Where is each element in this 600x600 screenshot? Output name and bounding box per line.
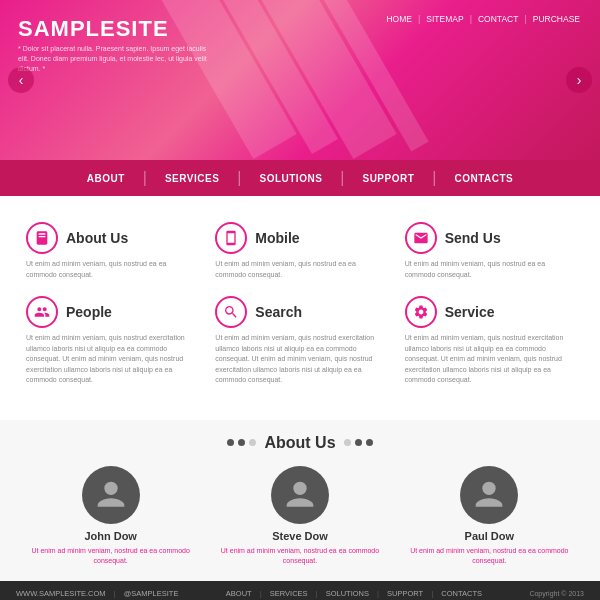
member-steve-name: Steve Dow xyxy=(272,530,328,542)
dot-1 xyxy=(227,439,234,446)
feature-service-text: Ut enim ad minim veniam, quis nostrud ex… xyxy=(405,333,574,386)
about-dots-right xyxy=(344,439,373,446)
nav-item-services[interactable]: SERVICES xyxy=(147,160,237,196)
dot-2 xyxy=(238,439,245,446)
feature-service: Service Ut enim ad minim veniam, quis no… xyxy=(395,288,584,394)
nav-item-solutions[interactable]: SOLUTIONS xyxy=(241,160,340,196)
dot-4 xyxy=(344,439,351,446)
navbar: ABOUT | SERVICES | SOLUTIONS | SUPPORT |… xyxy=(0,160,600,196)
header-nav-home[interactable]: HOME xyxy=(380,14,418,24)
member-john-name: John Dow xyxy=(84,530,137,542)
about-section: About Us John Dow Ut enim ad minim venia… xyxy=(0,420,600,581)
header-nav-sitemap[interactable]: SITEMAP xyxy=(420,14,469,24)
feature-service-title: Service xyxy=(445,304,495,320)
book-icon xyxy=(26,222,58,254)
footer-nav-support[interactable]: SUPPORT xyxy=(387,589,423,598)
dot-6 xyxy=(366,439,373,446)
avatar-paul xyxy=(460,466,518,524)
site-title: SAMPLESITE xyxy=(18,16,169,42)
feature-send-us-header: Send Us xyxy=(405,222,574,254)
member-paul-text: Ut enim ad minim veniam, nostrud ea ea c… xyxy=(405,546,574,567)
avatar-john xyxy=(82,466,140,524)
footer-nav-services[interactable]: SERVICES xyxy=(270,589,308,598)
feature-about-us-header: About Us xyxy=(26,222,195,254)
footer-left: WWW.SAMPLESITE.COM | @SAMPLESITE xyxy=(16,589,178,598)
svg-point-2 xyxy=(483,481,496,494)
footer-social[interactable]: @SAMPLESITE xyxy=(124,589,179,598)
nav-item-support[interactable]: SUPPORT xyxy=(344,160,432,196)
feature-about-us: About Us Ut enim ad minim veniam, quis n… xyxy=(16,214,205,288)
carousel-prev-button[interactable]: ‹ xyxy=(8,67,34,93)
member-john-text: Ut enim ad minim veniam, nostrud ea ea c… xyxy=(26,546,195,567)
people-icon xyxy=(26,296,58,328)
header-nav-contact[interactable]: CONTACT xyxy=(472,14,524,24)
about-dots-left xyxy=(227,439,256,446)
feature-mobile: Mobile Ut enim ad minim veniam, quis nos… xyxy=(205,214,394,288)
footer-copyright: Copyright © 2013 xyxy=(529,590,584,597)
feature-people-text: Ut enim ad minim veniam, quis nostrud ex… xyxy=(26,333,195,386)
nav-item-contacts[interactable]: CONTACTS xyxy=(436,160,531,196)
gear-icon xyxy=(405,296,437,328)
footer-nav-sep-4: | xyxy=(431,589,433,598)
feature-about-us-text: Ut enim ad minim veniam, quis nostrud ea… xyxy=(26,259,195,280)
mobile-icon xyxy=(215,222,247,254)
feature-search-text: Ut enim ad minim veniam, quis nostrud ex… xyxy=(215,333,384,386)
feature-send-us-title: Send Us xyxy=(445,230,501,246)
avatar-steve xyxy=(271,466,329,524)
header-nav: HOME | SITEMAP | CONTACT | PURCHASE xyxy=(380,14,586,24)
team-grid: John Dow Ut enim ad minim veniam, nostru… xyxy=(16,466,584,567)
site-tagline: * Dolor sit placerat nulla. Praesent sap… xyxy=(18,44,218,73)
search-icon xyxy=(215,296,247,328)
feature-send-us: Send Us Ut enim ad minim veniam, quis no… xyxy=(395,214,584,288)
feature-service-header: Service xyxy=(405,296,574,328)
header: SAMPLESITE * Dolor sit placerat nulla. P… xyxy=(0,0,600,160)
footer-nav-sep-2: | xyxy=(316,589,318,598)
team-member-john: John Dow Ut enim ad minim veniam, nostru… xyxy=(16,466,205,567)
mail-icon xyxy=(405,222,437,254)
feature-search-title: Search xyxy=(255,304,302,320)
footer: WWW.SAMPLESITE.COM | @SAMPLESITE ABOUT |… xyxy=(0,581,600,601)
footer-url[interactable]: WWW.SAMPLESITE.COM xyxy=(16,589,106,598)
feature-people-header: People xyxy=(26,296,195,328)
feature-mobile-header: Mobile xyxy=(215,222,384,254)
feature-about-us-title: About Us xyxy=(66,230,128,246)
svg-point-1 xyxy=(293,481,306,494)
footer-nav-sep-1: | xyxy=(260,589,262,598)
team-member-steve: Steve Dow Ut enim ad minim veniam, nostr… xyxy=(205,466,394,567)
nav-item-about[interactable]: ABOUT xyxy=(69,160,143,196)
footer-sep-url: | xyxy=(114,589,116,598)
dot-5 xyxy=(355,439,362,446)
feature-people-title: People xyxy=(66,304,112,320)
dot-3 xyxy=(249,439,256,446)
about-title: About Us xyxy=(264,434,335,452)
footer-nav-sep-3: | xyxy=(377,589,379,598)
carousel-next-button[interactable]: › xyxy=(566,67,592,93)
feature-mobile-title: Mobile xyxy=(255,230,299,246)
footer-nav: ABOUT | SERVICES | SOLUTIONS | SUPPORT |… xyxy=(226,589,482,598)
feature-mobile-text: Ut enim ad minim veniam, quis nostrud ea… xyxy=(215,259,384,280)
member-steve-text: Ut enim ad minim veniam, nostrud ea ea c… xyxy=(215,546,384,567)
svg-point-0 xyxy=(104,481,117,494)
feature-send-us-text: Ut enim ad minim veniam, quis nostrud ea… xyxy=(405,259,574,280)
header-nav-purchase[interactable]: PURCHASE xyxy=(527,14,586,24)
member-paul-name: Paul Dow xyxy=(465,530,515,542)
feature-search-header: Search xyxy=(215,296,384,328)
footer-nav-solutions[interactable]: SOLUTIONS xyxy=(326,589,369,598)
footer-nav-about[interactable]: ABOUT xyxy=(226,589,252,598)
feature-people: People Ut enim ad minim veniam, quis nos… xyxy=(16,288,205,394)
main-content: About Us Ut enim ad minim veniam, quis n… xyxy=(0,196,600,420)
team-member-paul: Paul Dow Ut enim ad minim veniam, nostru… xyxy=(395,466,584,567)
footer-nav-contacts[interactable]: CONTACTS xyxy=(441,589,482,598)
feature-search: Search Ut enim ad minim veniam, quis nos… xyxy=(205,288,394,394)
features-grid: About Us Ut enim ad minim veniam, quis n… xyxy=(16,214,584,394)
about-header: About Us xyxy=(16,434,584,452)
